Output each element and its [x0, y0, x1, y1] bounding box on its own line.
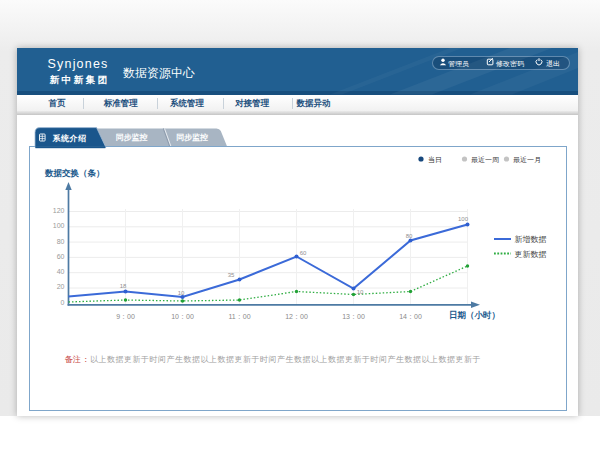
- svg-text:60: 60: [300, 250, 307, 256]
- svg-text:同步监控: 同步监控: [116, 133, 148, 142]
- svg-text:13：00: 13：00: [342, 313, 365, 320]
- svg-text:14：00: 14：00: [399, 313, 422, 320]
- svg-text:当日: 当日: [428, 156, 442, 164]
- svg-text:10: 10: [357, 289, 364, 295]
- svg-text:60: 60: [57, 253, 65, 260]
- svg-text:9：00: 9：00: [116, 313, 135, 320]
- svg-text:最近一周: 最近一周: [471, 156, 499, 163]
- svg-text:120: 120: [53, 207, 65, 214]
- svg-text:12：00: 12：00: [285, 313, 308, 320]
- svg-text:更新数据: 更新数据: [515, 250, 547, 259]
- svg-text:同步监控: 同步监控: [176, 133, 208, 142]
- svg-text:35: 35: [228, 272, 235, 278]
- svg-text:100: 100: [53, 222, 65, 229]
- svg-text:10: 10: [178, 290, 185, 296]
- svg-text:18: 18: [120, 283, 127, 289]
- svg-text:0: 0: [61, 299, 65, 306]
- svg-text:11：00: 11：00: [228, 313, 250, 320]
- svg-text:日期（小时）: 日期（小时）: [449, 310, 500, 320]
- svg-text:最近一月: 最近一月: [513, 156, 541, 164]
- svg-text:20: 20: [57, 283, 65, 290]
- svg-text:80: 80: [406, 233, 413, 239]
- svg-text:数据交换（条）: 数据交换（条）: [44, 168, 105, 178]
- svg-text:新增数据: 新增数据: [515, 235, 547, 244]
- svg-text:40: 40: [57, 268, 65, 275]
- svg-text:100: 100: [458, 216, 469, 222]
- svg-text:10：00: 10：00: [171, 313, 194, 320]
- svg-text:80: 80: [57, 238, 65, 245]
- svg-text:系统介绍: 系统介绍: [52, 133, 87, 143]
